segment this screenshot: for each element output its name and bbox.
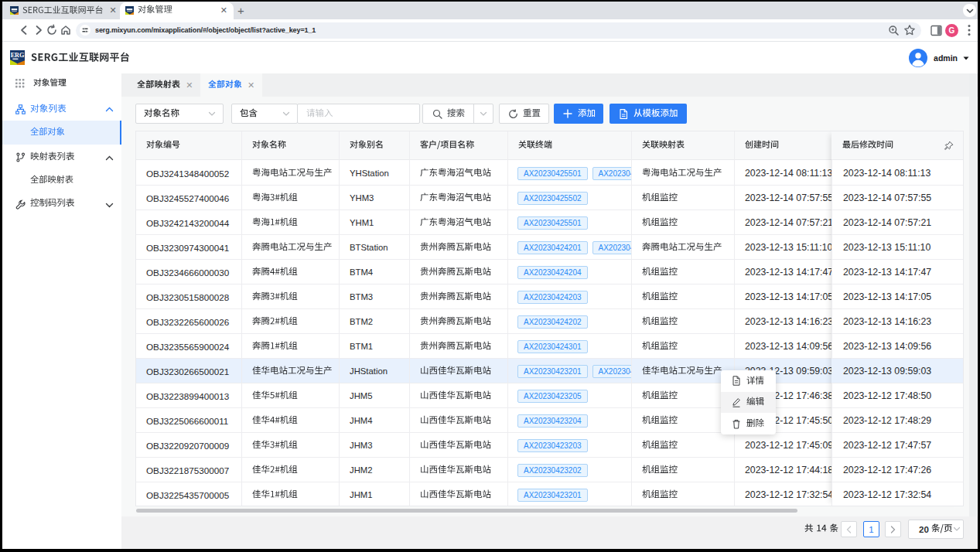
svg-text:ERG: ERG xyxy=(11,52,25,59)
